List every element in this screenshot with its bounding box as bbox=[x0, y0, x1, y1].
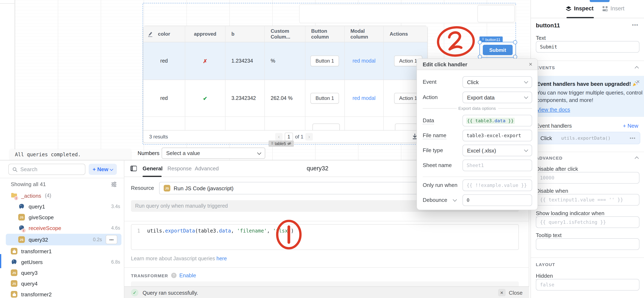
component-menu-icon[interactable]: ••• bbox=[632, 22, 638, 28]
new-query-button[interactable]: + New bbox=[89, 164, 117, 175]
modal-link[interactable]: red modal bbox=[352, 58, 376, 64]
handler-event: Click bbox=[540, 135, 552, 141]
resize-handle[interactable] bbox=[513, 55, 517, 59]
advanced-section-header[interactable]: ADVANCED bbox=[536, 156, 562, 160]
disable-when-input[interactable] bbox=[536, 194, 640, 206]
hidden-label: Hidden bbox=[536, 273, 553, 280]
table-header-custom[interactable]: Custom Colum... bbox=[265, 26, 305, 42]
help-icon[interactable]: ? bbox=[171, 273, 176, 278]
query-menu-button[interactable]: ••• bbox=[106, 235, 117, 244]
table-header-b[interactable]: b bbox=[226, 26, 265, 42]
table5-component-tag[interactable]: ⠿ table5 bbox=[268, 140, 294, 147]
debounce-input[interactable] bbox=[462, 194, 532, 206]
submit-button[interactable]: Submit bbox=[483, 45, 513, 55]
x-mark-icon: ✗ bbox=[203, 58, 208, 64]
table-header-color[interactable]: color bbox=[144, 26, 185, 42]
table-header-modal-column[interactable]: Modal column bbox=[344, 26, 384, 42]
sidebar-item-query32-selected[interactable]: JS query32 0.2s ••• bbox=[6, 234, 122, 245]
button-text-input[interactable] bbox=[536, 41, 640, 53]
handler-menu-icon[interactable]: ••• bbox=[630, 136, 636, 140]
layout-section-header[interactable]: LAYOUT bbox=[536, 262, 555, 267]
new-handler-button[interactable]: + New bbox=[623, 123, 638, 129]
table-row[interactable]: red ✗ 1.234234 % Button 1 red modal Acti… bbox=[144, 42, 427, 80]
col-label: Modal column bbox=[350, 28, 383, 40]
tab-inspect[interactable]: Inspect bbox=[566, 6, 594, 12]
chevron-down-icon[interactable] bbox=[453, 198, 457, 202]
table-row-partial[interactable] bbox=[144, 117, 427, 130]
table-header-approved[interactable]: approved bbox=[185, 26, 226, 42]
close-icon[interactable]: ✕ bbox=[498, 289, 506, 296]
close-icon[interactable]: ✕ bbox=[529, 62, 532, 67]
modal-link[interactable]: red modal bbox=[352, 95, 376, 101]
inspector-panel: Inspect Insert button11 ••• Text EVENTS … bbox=[530, 0, 644, 298]
event-handler-row[interactable]: Click utils.exportData() ••• bbox=[535, 132, 640, 144]
disable-after-click-input[interactable] bbox=[536, 172, 640, 184]
sidebar-item-transformer1[interactable]: transformer1 bbox=[0, 246, 124, 256]
collapse-icon[interactable] bbox=[635, 66, 639, 70]
query-search-input[interactable]: Search bbox=[8, 164, 85, 175]
tab-general[interactable]: General bbox=[142, 165, 163, 172]
sidebar-item-query1[interactable]: query13.4s bbox=[0, 201, 124, 212]
inspector-tabbar: Inspect Insert bbox=[531, 0, 644, 18]
row-button[interactable]: Button 1 bbox=[310, 93, 339, 104]
sheet-name-input[interactable] bbox=[462, 160, 532, 171]
loading-indicator-label: Show loading indicator when bbox=[536, 210, 604, 217]
numbers-select[interactable]: Select a value bbox=[162, 148, 265, 159]
canvas-left-rule bbox=[14, 0, 15, 160]
hidden-input[interactable] bbox=[536, 279, 640, 290]
current-page-input[interactable]: 1 bbox=[285, 133, 293, 141]
toast-close-label[interactable]: Close bbox=[509, 290, 523, 296]
filter-sliders-icon[interactable] bbox=[111, 181, 117, 187]
prev-page-button[interactable]: ‹ bbox=[275, 133, 283, 140]
sidebar-item-givescope[interactable]: JS giveScope bbox=[0, 212, 124, 222]
file-type-select[interactable]: Excel (.xlsx) bbox=[462, 145, 532, 156]
sidebar-item-receivescope[interactable]: ! receiveScope4.6s bbox=[0, 222, 124, 233]
collapse-icon[interactable] bbox=[635, 156, 639, 160]
sidebar-item-getusers[interactable]: getUsers6.8s bbox=[0, 256, 124, 267]
resize-handle[interactable] bbox=[478, 55, 482, 59]
close-icon[interactable]: ✕ bbox=[636, 79, 640, 84]
next-page-button[interactable]: › bbox=[306, 133, 313, 140]
disable-when-label: Disable when bbox=[536, 188, 568, 195]
cell-custom: % bbox=[265, 42, 305, 80]
docs-link[interactable]: here bbox=[216, 256, 227, 262]
button11-component-tag[interactable]: ⠿ button11 bbox=[480, 36, 503, 42]
tab-response[interactable]: Response bbox=[168, 165, 192, 172]
loading-indicator-input[interactable] bbox=[536, 216, 640, 228]
sidebar-item-query3[interactable]: JSquery3 bbox=[0, 267, 124, 278]
table-widget[interactable]: color approved b Custom Colum... Button … bbox=[143, 26, 428, 143]
js-icon: JS bbox=[18, 214, 25, 220]
file-name-input[interactable] bbox=[462, 130, 532, 141]
tab-insert[interactable]: Insert bbox=[602, 6, 624, 12]
js-icon: JS bbox=[164, 185, 170, 192]
table-header-actions[interactable]: Actions bbox=[384, 26, 427, 42]
code-line: utils.exportData(table3.data, 'filename'… bbox=[147, 228, 294, 234]
col-label: Custom Colum... bbox=[270, 28, 305, 40]
resource-label: Resource bbox=[131, 185, 154, 191]
drag-handle-icon: ⠿ bbox=[482, 38, 484, 41]
modal-header[interactable]: Edit click handler ✕ bbox=[417, 59, 538, 70]
col-label: approved bbox=[194, 31, 216, 37]
resize-handle[interactable] bbox=[513, 40, 517, 44]
table-header-button-column[interactable]: Button column bbox=[306, 26, 344, 42]
panel-toggle-icon[interactable] bbox=[130, 165, 137, 172]
only-run-when-input[interactable] bbox=[462, 180, 532, 191]
cell-b: 3.2342342 bbox=[226, 80, 265, 116]
resize-handle[interactable] bbox=[478, 40, 482, 44]
sidebar-item-actions-folder[interactable]: ! _actions (4) bbox=[0, 190, 124, 201]
tab-advanced[interactable]: Advanced bbox=[195, 165, 219, 172]
enable-transformer-link[interactable]: Enable bbox=[180, 272, 196, 278]
data-input[interactable]: {{ table3.data }} bbox=[462, 115, 532, 126]
event-select[interactable]: Click bbox=[462, 76, 532, 88]
action-select[interactable]: Export data bbox=[462, 92, 532, 103]
sidebar-item-transformer2[interactable]: transformer2 bbox=[0, 289, 124, 298]
events-section-header[interactable]: EVENTS bbox=[536, 65, 555, 70]
code-editor[interactable]: 1 utils.exportData(table3.data, 'filenam… bbox=[131, 224, 519, 250]
table-row[interactable]: red ✔ 3.2342342 262.04 % Button 1 red mo… bbox=[144, 80, 427, 117]
row-button[interactable]: Button 1 bbox=[310, 56, 339, 66]
sidebar-item-query4[interactable]: JSquery4 bbox=[0, 278, 124, 289]
empty-widget[interactable] bbox=[478, 5, 515, 22]
js-icon: JS bbox=[11, 280, 18, 287]
view-docs-link[interactable]: View the docs bbox=[537, 106, 570, 113]
tooltip-text-input[interactable] bbox=[536, 238, 640, 250]
